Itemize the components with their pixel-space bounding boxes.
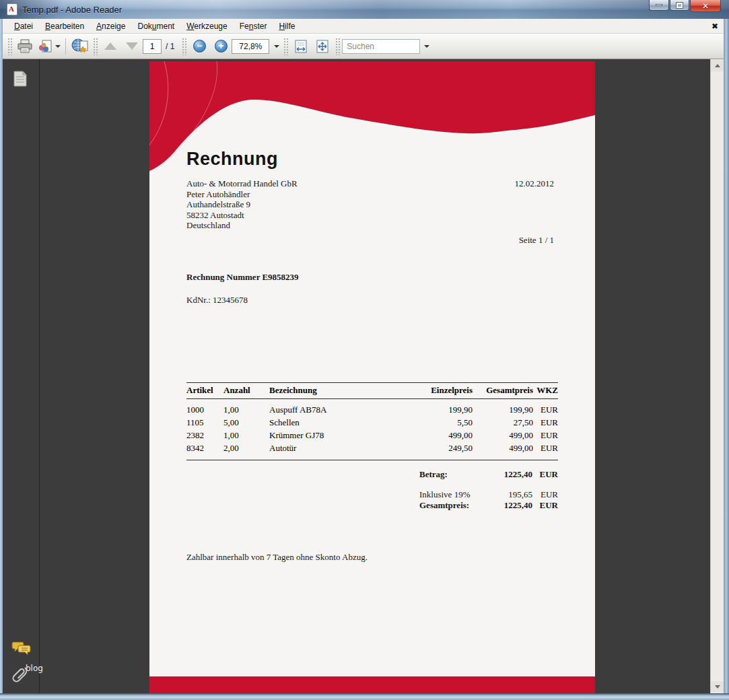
zoom-dropdown-button[interactable]	[270, 36, 281, 57]
table-cell: 27,50	[473, 417, 533, 429]
table-row: 10001,00Auspuff AB78A199,90199,90EUR	[186, 399, 558, 417]
maximize-icon	[676, 3, 683, 8]
title-bar: Temp.pdf - Adobe Reader ✕	[0, 0, 729, 19]
previous-page-icon	[104, 42, 116, 50]
table-cell: 1105	[186, 417, 223, 429]
pdf-canvas[interactable]: Rechnung Auto- & Motorrad Handel GbRPete…	[40, 59, 710, 693]
zoom-in-icon: +	[215, 40, 228, 53]
window-title: Temp.pdf - Adobe Reader	[22, 5, 122, 15]
total-currency: EUR	[532, 489, 558, 500]
share-online-button[interactable]	[70, 36, 90, 57]
zoom-level-value[interactable]: 72,8%	[232, 39, 269, 54]
total-value: 195,65	[484, 489, 532, 500]
table-cell: 499,00	[473, 429, 533, 442]
total-row: Inklusive 19%195,65EUR	[419, 489, 558, 500]
address-line: Authandelstraße 9	[186, 199, 298, 210]
table-header-cell: Bezeichnung	[269, 383, 398, 399]
table-header-cell: Gesamtpreis	[473, 383, 533, 399]
window-border-left	[0, 19, 3, 700]
customer-number: KdNr.: 12345678	[186, 295, 248, 306]
menu-item-hilfe[interactable]: Hilfe	[273, 20, 301, 33]
pages-panel-button[interactable]	[11, 69, 29, 91]
table-cell: EUR	[533, 442, 558, 455]
table-cell: 499,00	[473, 442, 533, 455]
total-row: Gesamtpreis:1225,40EUR	[419, 500, 558, 511]
zoom-out-button[interactable]: −	[189, 36, 209, 57]
menu-item-dokument[interactable]: Dokument	[131, 20, 180, 33]
table-cell: 5,50	[398, 417, 473, 429]
table-cell: 8342	[186, 442, 223, 455]
adobe-reader-window: Temp.pdf - Adobe Reader ✕ DateiBearbeite…	[0, 0, 729, 700]
printer-icon	[17, 39, 33, 54]
scroll-up-icon	[715, 64, 720, 67]
toolbar-separator	[65, 38, 66, 55]
document-area: blog Rechnung Auto- & Motorrad Handel Gb…	[3, 59, 724, 693]
page-number-input[interactable]	[143, 39, 162, 54]
table-row: 11055,00Schellen5,5027,50EUR	[186, 417, 558, 429]
menu-item-anzeige[interactable]: Anzeige	[90, 20, 131, 33]
menubar-close-icon[interactable]: ✖	[711, 22, 718, 31]
page-thumbnails-icon	[11, 69, 29, 88]
attachments-panel-button[interactable]	[11, 664, 30, 688]
table-cell: 1,00	[223, 399, 269, 417]
total-label: Inklusive 19%	[419, 489, 484, 500]
red-footer-bar	[149, 676, 595, 693]
table-header-cell: WKZ	[533, 383, 558, 399]
total-label: Betrag:	[419, 469, 484, 480]
table-cell: EUR	[533, 399, 558, 417]
minimize-icon	[656, 4, 662, 6]
fit-page-button[interactable]	[312, 36, 333, 57]
menu-item-bearbeiten[interactable]: Bearbeiten	[39, 20, 90, 33]
window-border-right	[724, 19, 729, 700]
navigation-panel: blog	[3, 59, 40, 693]
minimize-button[interactable]	[649, 0, 669, 11]
fit-width-button[interactable]	[291, 36, 311, 57]
table-cell: 2382	[186, 429, 223, 442]
close-button[interactable]: ✕	[690, 0, 721, 12]
toolbar-grip	[335, 38, 340, 55]
table-cell: EUR	[533, 417, 558, 429]
menu-bar: DateiBearbeitenAnzeigeDokumentWerkzeugeF…	[3, 19, 726, 34]
vertical-scrollbar[interactable]	[710, 59, 724, 693]
table-cell: 249,50	[398, 442, 473, 455]
window-border-bottom	[0, 693, 729, 700]
zoom-in-button[interactable]: +	[211, 36, 231, 57]
search-dropdown-button[interactable]	[421, 36, 430, 57]
next-page-button[interactable]	[122, 36, 142, 57]
print-button[interactable]	[15, 36, 35, 57]
table-cell: 1,00	[223, 429, 269, 442]
total-row: Betrag:1225,40EUR	[419, 469, 558, 480]
previous-page-button[interactable]	[100, 36, 120, 57]
scroll-down-icon	[715, 685, 720, 689]
send-collaborate-button[interactable]	[36, 36, 61, 57]
table-cell: 1000	[186, 399, 223, 417]
table-cell: 2,00	[223, 442, 269, 455]
table-header-cell: Einzelpreis	[398, 383, 473, 399]
menu-item-werkzeuge[interactable]: Werkzeuge	[180, 20, 233, 33]
page-info: Seite 1 / 1	[186, 235, 554, 246]
menu-item-datei[interactable]: Datei	[8, 20, 39, 33]
invoice-table: ArtikelAnzahlBezeichnungEinzelpreisGesam…	[186, 382, 558, 455]
fit-width-icon	[293, 39, 308, 54]
total-currency: EUR	[532, 469, 558, 480]
table-cell: EUR	[533, 429, 558, 442]
maximize-button[interactable]	[670, 0, 689, 11]
address-line: Deutschland	[186, 220, 298, 231]
table-cell: Krümmer GJ78	[269, 429, 398, 442]
toolbar-grip	[93, 38, 98, 55]
scroll-down-button[interactable]	[711, 681, 724, 693]
comments-panel-button[interactable]	[11, 639, 32, 660]
toolbar-grip	[182, 38, 186, 55]
table-cell: Auspuff AB78A	[269, 399, 398, 417]
page-count-label: / 1	[166, 42, 174, 51]
invoice-number: Rechnung Nummer E9858239	[186, 272, 299, 283]
table-row: 83422,00Autotür249,50499,00EUR	[186, 442, 558, 455]
paperclip-icon	[11, 664, 30, 685]
scroll-up-button[interactable]	[711, 60, 724, 71]
invoice-date: 12.02.2012	[186, 178, 554, 189]
search-input[interactable]	[342, 39, 420, 54]
table-cell: 199,90	[398, 399, 473, 417]
menu-item-fenster[interactable]: Fenster	[234, 20, 273, 33]
table-header-cell: Artikel	[186, 383, 223, 399]
table-cell: 499,00	[398, 429, 473, 442]
